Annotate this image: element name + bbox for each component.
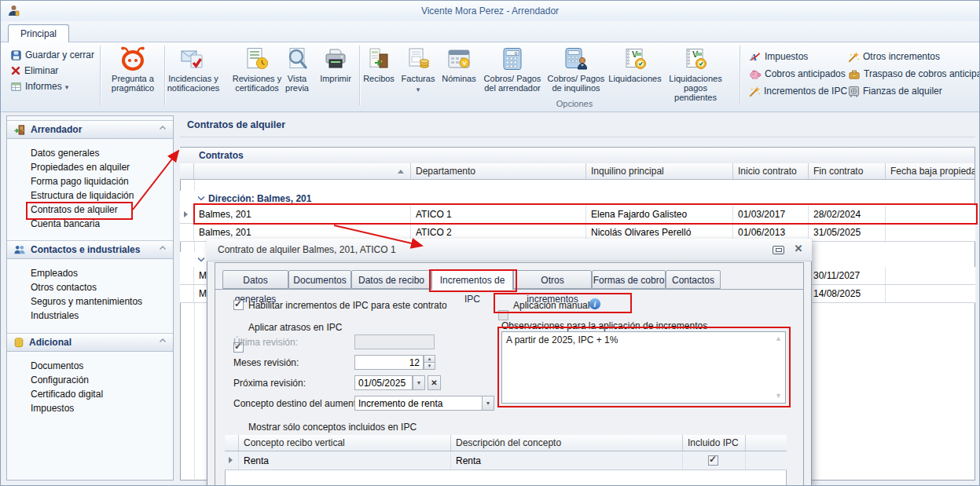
- dialog-close-icon[interactable]: ✕: [791, 243, 806, 257]
- invoice-coins-icon: [406, 46, 430, 72]
- dropdown-caret-icon: [417, 83, 420, 94]
- tab-datos-generales[interactable]: Datos generales: [222, 270, 288, 289]
- sidebar-item-forma-pago[interactable]: Forma pago liquidación: [31, 174, 129, 188]
- incidencias-button[interactable]: Incidencias y notificaciones: [163, 46, 224, 105]
- incluido-ipc-checkbox[interactable]: [708, 455, 718, 466]
- cobros-anticipados-button[interactable]: Cobros anticipados: [749, 67, 846, 81]
- otros-incrementos-button[interactable]: Otros incrementos: [848, 49, 940, 64]
- liquidaciones-pendientes-button[interactable]: V Liquidaciones pagos pendientes: [664, 46, 727, 105]
- sidebar-item-impuestos[interactable]: Impuestos: [31, 401, 74, 415]
- tab-contactos[interactable]: Contactos: [666, 270, 721, 289]
- meses-revision-field[interactable]: 12: [354, 355, 424, 370]
- chevron-up-icon: [159, 245, 167, 251]
- sidebar-item-configuracion[interactable]: Configuración: [31, 373, 89, 387]
- sidebar-item-datos-generales[interactable]: Datos generales: [31, 146, 99, 160]
- reports-icon: [10, 81, 22, 93]
- row-indicator: [180, 206, 194, 223]
- table-row[interactable]: Balmes, 201 ATICO 1 Elena Fajardo Galist…: [180, 206, 975, 224]
- tab-incrementos-ipc[interactable]: Incrementos de IPC: [431, 270, 513, 290]
- tab-datos-recibo[interactable]: Datos de recibo: [351, 270, 431, 289]
- title-bar: Vicente Mora Perez - Arrendador: [1, 1, 979, 21]
- sidebar-section-adicional[interactable]: Adicional: [7, 333, 173, 352]
- vista-previa-button[interactable]: Vista previa: [277, 46, 317, 105]
- imprimir-button[interactable]: Imprimir: [315, 46, 356, 105]
- svg-text:i: i: [594, 300, 596, 309]
- habilitar-ipc-checkbox[interactable]: [233, 300, 244, 310]
- tab-documentos[interactable]: Documentos: [288, 270, 351, 289]
- cobros-inquilinos-button[interactable]: Cobros/ Pagos de inquilinos: [545, 46, 607, 105]
- sidebar-section-arrendador[interactable]: Arrendador: [7, 120, 173, 139]
- date-dropdown-button[interactable]: ▼: [413, 375, 425, 390]
- piggy-bank-icon: [749, 68, 762, 80]
- sidebar-item-estructura[interactable]: Estructura de liquidación: [31, 188, 134, 203]
- incrementos-ipc-button[interactable]: Incrementos de IPC: [749, 84, 847, 98]
- reports-button[interactable]: Informes: [10, 79, 68, 93]
- sidebar-section-contactos[interactable]: Contactos e industriales: [7, 240, 173, 259]
- tab-formas-cobro[interactable]: Formas de cobro: [592, 270, 666, 289]
- column-header-inicio[interactable]: Inicio contrato: [733, 163, 809, 179]
- indicator-column-header: [180, 163, 194, 179]
- sidebar-item-otros-contactos[interactable]: Otros contactos: [31, 280, 97, 294]
- sidebar-item-cuenta-bancaria[interactable]: Cuenta bancaria: [31, 217, 100, 231]
- current-row-arrow-icon: [229, 457, 233, 463]
- observaciones-textarea[interactable]: A partir de 2025, IPC + 1%: [501, 331, 786, 404]
- sidebar-item-seguros[interactable]: Seguros y mantenimientos: [31, 294, 142, 309]
- concepto-destino-combo[interactable]: Incremento de renta: [354, 396, 483, 411]
- save-close-label: Guardar y cerrar: [25, 49, 94, 60]
- sidebar-item-industriales[interactable]: Industriales: [31, 309, 79, 323]
- sidebar-item-certificado[interactable]: Certificado digital: [31, 387, 103, 401]
- pragmatico-button[interactable]: Pregunta a pragmático: [103, 46, 163, 105]
- combo-dropdown-button[interactable]: ▼: [482, 396, 494, 411]
- dialog-pin-icon[interactable]: [773, 246, 784, 254]
- proxima-revision-field[interactable]: 01/05/2025: [354, 375, 413, 390]
- liquidaciones-pendientes-label: Liquidaciones pagos pendientes: [664, 74, 727, 102]
- nominas-button[interactable]: V Nóminas: [439, 46, 479, 105]
- concepts-grid-row[interactable]: Renta Renta: [225, 451, 787, 470]
- traspaso-cobros-button[interactable]: Traspaso de cobros anticipados: [848, 67, 980, 81]
- sidebar-item-empleados[interactable]: Empleados: [31, 266, 78, 280]
- chevron-down-icon[interactable]: [197, 195, 205, 201]
- tab-principal[interactable]: Principal: [8, 24, 69, 42]
- row-indicator: [180, 285, 194, 302]
- column-header-concepto[interactable]: Concepto recibo vertical: [239, 435, 451, 451]
- scroll-up-icon[interactable]: ▲: [775, 334, 782, 342]
- liquidaciones-button[interactable]: V Liquidaciones: [607, 46, 663, 105]
- column-header-inquilino[interactable]: Inquilino principal: [586, 163, 733, 179]
- column-header-direccion[interactable]: [194, 163, 411, 179]
- delete-button[interactable]: Eliminar: [10, 64, 58, 78]
- printer-icon: [324, 46, 347, 72]
- row-indicator: [180, 267, 194, 284]
- sidebar-item-documentos[interactable]: Documentos: [31, 359, 83, 373]
- sort-asc-icon: [398, 170, 404, 174]
- recibos-button[interactable]: Recibos: [361, 46, 397, 105]
- ultima-revision-field[interactable]: [354, 334, 435, 349]
- chevron-down-icon[interactable]: [197, 257, 205, 262]
- aplicacion-manual-checkbox[interactable]: [498, 310, 508, 320]
- magic-wand-icon: [848, 51, 860, 63]
- cobros-arrendador-button[interactable]: 0 Cobros/ Pagos del arrendador: [482, 46, 543, 105]
- window-title: Vicente Mora Perez - Arrendador: [1, 5, 979, 16]
- sidebar-item-propiedades[interactable]: Propiedades en alquiler: [31, 160, 130, 174]
- spinner-down-button[interactable]: ▼: [424, 362, 435, 370]
- impuestos-button[interactable]: A Impuestos: [749, 49, 808, 64]
- column-header-descripcion[interactable]: Descripción del concepto: [451, 435, 683, 451]
- notepad-badge-icon: V: [684, 46, 707, 72]
- scroll-down-icon[interactable]: ▼: [775, 392, 782, 400]
- column-header-baja[interactable]: Fecha baja propiedad: [886, 163, 974, 179]
- info-icon[interactable]: i: [589, 298, 601, 310]
- fianzas-button[interactable]: Fianzas de alquiler: [848, 84, 942, 98]
- save-close-button[interactable]: Guardar y cerrar: [10, 48, 94, 62]
- cell-inicio: 01/03/2017: [733, 206, 809, 223]
- grid-group-row[interactable]: Dirección: Balmes, 201: [180, 191, 974, 206]
- facturas-button[interactable]: Facturas: [398, 46, 438, 105]
- sidebar-item-contratos-alquiler[interactable]: Contratos de alquiler: [31, 203, 118, 217]
- date-clear-button[interactable]: ✕: [428, 375, 441, 390]
- dialog-title-bar[interactable]: Contrato de alquiler Balmes, 201, ATICO …: [207, 239, 812, 261]
- svg-text:V: V: [462, 60, 467, 67]
- column-header-incluido[interactable]: Incluido IPC: [683, 435, 746, 451]
- grid-band-header: Contratos: [180, 148, 974, 164]
- dialog-title: Contrato de alquiler Balmes, 201, ATICO …: [218, 244, 396, 255]
- column-header-departamento[interactable]: Departamento: [411, 163, 586, 179]
- tab-otros-incrementos[interactable]: Otros incrementos: [513, 270, 592, 289]
- column-header-fin[interactable]: Fin contrato: [809, 163, 886, 179]
